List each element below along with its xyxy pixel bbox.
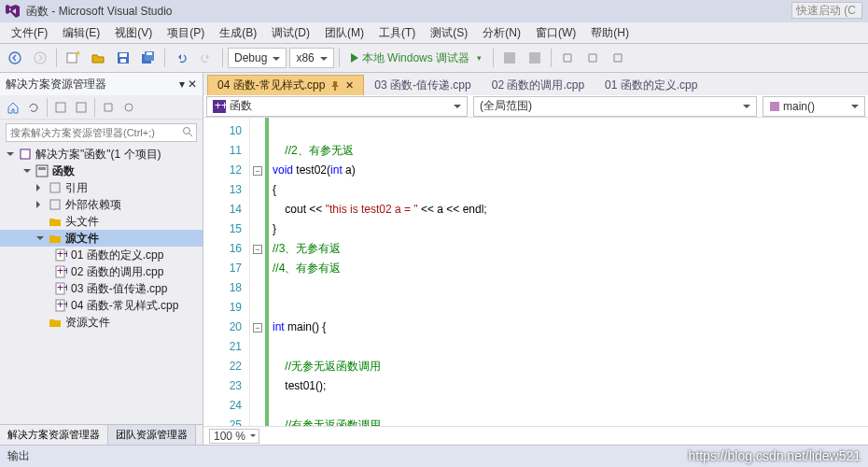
pin-icon[interactable]: [330, 81, 340, 91]
context-combo[interactable]: (全局范围): [473, 96, 757, 117]
scope-combo[interactable]: ++ 函数: [206, 96, 468, 117]
step-button-2[interactable]: [581, 47, 604, 69]
cpp-file-icon: ++: [54, 248, 67, 262]
menu-item[interactable]: 视图(V): [109, 24, 158, 42]
folder-icon: [49, 316, 62, 329]
close-icon[interactable]: ✕: [345, 79, 354, 92]
menu-item[interactable]: 文件(F): [6, 24, 53, 42]
code-editor[interactable]: 1011121314151617181920212223242526 −−− /…: [203, 118, 868, 426]
sources-node[interactable]: 源文件: [0, 230, 203, 247]
doc-tabs: 04 函数-常见样式.cpp✕03 函数-值传递.cpp02 函数的调用.cpp…: [203, 73, 868, 95]
home-icon[interactable]: [4, 98, 22, 117]
solution-node[interactable]: 解决方案"函数"(1 个项目): [0, 146, 203, 163]
doc-tab[interactable]: 02 函数的调用.cpp: [482, 75, 595, 95]
ext-icon: [49, 198, 62, 211]
file-node[interactable]: ++04 函数-常见样式.cpp: [0, 297, 203, 314]
ext-node[interactable]: 外部依赖项: [0, 196, 203, 213]
svg-rect-9: [147, 52, 152, 55]
misc-button-2[interactable]: [524, 47, 546, 69]
search-icon[interactable]: [182, 126, 193, 137]
svg-rect-19: [50, 183, 60, 192]
menu-item[interactable]: 编辑(E): [57, 24, 105, 42]
step-button-1[interactable]: [556, 47, 579, 69]
project-icon: [35, 164, 49, 177]
menu-item[interactable]: 测试(S): [425, 24, 473, 42]
svg-text:++: ++: [57, 282, 67, 294]
menu-item[interactable]: 调试(D): [266, 24, 315, 42]
config-combo[interactable]: Debug: [228, 48, 287, 68]
menu-item[interactable]: 团队(M): [319, 24, 370, 42]
project-node[interactable]: 函数: [0, 163, 203, 179]
menu-item[interactable]: 窗口(W): [530, 24, 581, 42]
step-button-3[interactable]: [607, 47, 629, 69]
fold-button[interactable]: −: [253, 166, 262, 176]
nav-back-button[interactable]: [4, 47, 26, 69]
zoom-combo[interactable]: 100 %: [209, 429, 259, 444]
tab-team-explorer[interactable]: 团队资源管理器: [108, 425, 196, 445]
cpp-file-icon: ++: [54, 265, 67, 278]
solution-icon: [19, 148, 32, 161]
undo-button[interactable]: [170, 47, 192, 69]
panel-header: 解决方案资源管理器 ▾ ✕: [0, 73, 203, 95]
doc-tab[interactable]: 03 函数-值传递.cpp: [364, 75, 481, 95]
svg-rect-18: [36, 165, 48, 177]
panel-title: 解决方案资源管理器: [6, 77, 106, 92]
menu-item[interactable]: 项目(P): [161, 24, 210, 42]
file-node[interactable]: ++03 函数-值传递.cpp: [0, 280, 203, 297]
view-icon[interactable]: [119, 98, 138, 117]
nav-fwd-button[interactable]: [29, 47, 51, 69]
line-gutter: 1011121314151617181920212223242526: [203, 118, 250, 426]
nav-bar: ++ 函数 (全局范围) main(): [203, 95, 868, 118]
svg-text:++: ++: [57, 265, 67, 277]
fold-button[interactable]: −: [253, 245, 262, 254]
titlebar: 函数 - Microsoft Visual Studio: [0, 0, 868, 22]
watermark: https://blog.csdn.net/lidew521: [689, 448, 861, 463]
svg-text:++: ++: [57, 248, 67, 261]
fold-button[interactable]: −: [253, 323, 262, 333]
svg-point-15: [184, 128, 190, 134]
search-box: [0, 120, 203, 142]
svg-rect-20: [50, 200, 60, 209]
redo-button[interactable]: [195, 47, 217, 69]
menu-item[interactable]: 工具(T): [373, 24, 421, 42]
svg-rect-31: [770, 102, 779, 111]
vs-logo-icon: [6, 4, 21, 19]
svg-rect-11: [529, 52, 540, 64]
file-node[interactable]: ++02 函数的调用.cpp: [0, 263, 203, 280]
solution-tree: 解决方案"函数"(1 个项目) 函数 引用 外部依赖项 头文件 源文件 ++01…: [0, 142, 203, 424]
props-icon[interactable]: [99, 98, 118, 117]
svg-point-0: [9, 52, 21, 64]
menubar: 文件(F)编辑(E)视图(V)项目(P)生成(B)调试(D)团队(M)工具(T)…: [0, 22, 868, 43]
search-input[interactable]: [6, 123, 197, 142]
menu-item[interactable]: 生成(B): [214, 24, 262, 42]
res-node[interactable]: 资源文件: [0, 314, 203, 331]
member-combo[interactable]: main(): [763, 96, 865, 117]
panel-controls[interactable]: ▾ ✕: [179, 78, 197, 91]
new-project-button[interactable]: ✶: [62, 47, 84, 69]
code-body[interactable]: //2、有参无返void test02(int a){ cout << "thi…: [273, 118, 868, 426]
doc-tab[interactable]: 04 函数-常见样式.cpp✕: [207, 75, 364, 95]
cpp-file-icon: ++: [54, 282, 67, 295]
menu-item[interactable]: 分析(N): [477, 24, 526, 42]
platform-combo[interactable]: x86: [289, 48, 333, 68]
save-button[interactable]: [112, 47, 134, 69]
cpp-file-icon: ++: [54, 299, 67, 312]
headers-node[interactable]: 头文件: [0, 213, 203, 230]
collapse-icon[interactable]: [51, 98, 70, 117]
quick-launch[interactable]: 快速启动 (C: [791, 2, 862, 19]
svg-rect-10: [504, 52, 515, 64]
refs-node[interactable]: 引用: [0, 179, 203, 196]
open-file-button[interactable]: [87, 47, 109, 69]
refresh-icon[interactable]: [24, 98, 43, 117]
svg-line-16: [189, 134, 192, 136]
start-debug-button[interactable]: 本地 Windows 调试器▾: [344, 47, 488, 69]
tab-solution-explorer[interactable]: 解决方案资源管理器: [0, 425, 108, 445]
doc-tab[interactable]: 01 函数的定义.cpp: [595, 75, 707, 95]
show-all-icon[interactable]: [72, 98, 91, 117]
misc-button-1[interactable]: [498, 47, 521, 69]
main-toolbar: ✶ Debug x86 本地 Windows 调试器▾: [0, 43, 868, 73]
file-node[interactable]: ++01 函数的定义.cpp: [0, 247, 203, 263]
svg-rect-12: [56, 103, 65, 112]
menu-item[interactable]: 帮助(H): [585, 24, 635, 42]
save-all-button[interactable]: [137, 47, 160, 69]
